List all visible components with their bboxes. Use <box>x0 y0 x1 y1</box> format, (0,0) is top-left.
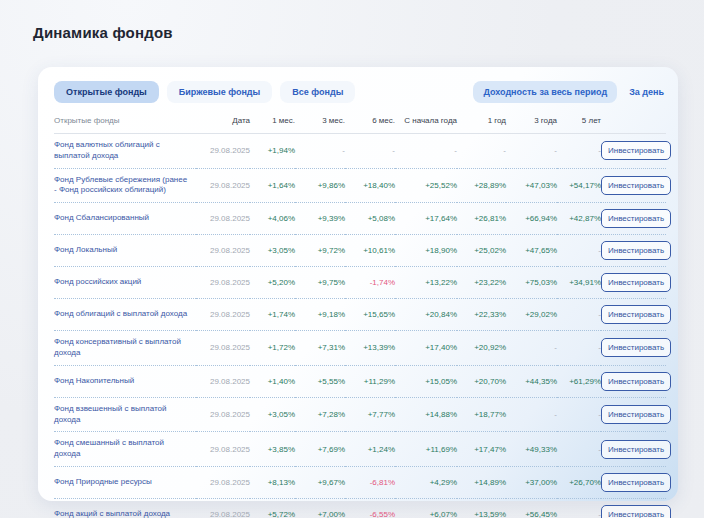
value-cell: +3,05% <box>250 235 295 267</box>
fund-name-link[interactable]: Фонд консервативный с выплатой дохода <box>54 337 181 357</box>
fund-name-link[interactable]: Фонд взвешенный с выплатой дохода <box>54 404 166 424</box>
invest-button[interactable]: Инвестировать <box>601 405 671 424</box>
fund-name-link[interactable]: Фонд облигаций с выплатой дохода <box>54 309 187 318</box>
funds-table: Открытые фонды Дата 1 мес. 3 мес. 6 мес.… <box>54 116 666 518</box>
value-cell: +5,72% <box>250 498 295 518</box>
value-cell: +47,65% <box>506 235 557 267</box>
invest-button[interactable]: Инвестировать <box>601 473 671 492</box>
action-cell: Инвестировать <box>601 397 666 432</box>
value-cell: +9,86% <box>295 168 345 203</box>
date-cell: 29.08.2025 <box>196 267 250 299</box>
fund-name-link[interactable]: Фонд акций с выплатой дохода <box>54 509 170 518</box>
table-row: Фонд валютных облигаций с выплатой доход… <box>54 134 666 169</box>
value-cell: +75,03% <box>506 267 557 299</box>
column-header-name: Открытые фонды <box>54 116 196 134</box>
value-cell: +14,88% <box>395 397 457 432</box>
value-cell: - <box>557 432 601 467</box>
column-header-3m: 3 мес. <box>295 116 345 134</box>
fund-name-cell: Фонд российских акций <box>54 267 196 299</box>
action-cell: Инвестировать <box>601 235 666 267</box>
page-title: Динамика фондов <box>33 24 704 41</box>
action-cell: Инвестировать <box>601 365 666 397</box>
funds-tbody: Фонд валютных облигаций с выплатой доход… <box>54 134 666 518</box>
fund-name-cell: Фонд акций с выплатой дохода <box>54 498 196 518</box>
column-header-1m: 1 мес. <box>250 116 295 134</box>
toolbar: Открытые фонды Биржевые фонды Все фонды … <box>54 81 666 103</box>
tab-all-funds[interactable]: Все фонды <box>280 81 355 103</box>
value-cell: +44,35% <box>506 365 557 397</box>
invest-button[interactable]: Инвестировать <box>601 241 671 260</box>
value-cell: +9,67% <box>295 466 345 498</box>
column-header-ytd: С начала года <box>395 116 457 134</box>
value-cell: +13,39% <box>345 331 395 366</box>
value-cell: +9,72% <box>295 235 345 267</box>
fund-name-link[interactable]: Фонд Сбалансированный <box>54 213 149 222</box>
value-cell: +18,77% <box>457 397 506 432</box>
value-cell: - <box>345 134 395 169</box>
fund-name-link[interactable]: Фонд Накопительный <box>54 376 134 385</box>
invest-button[interactable]: Инвестировать <box>601 338 671 357</box>
value-cell: +9,18% <box>295 299 345 331</box>
table-row: Фонд Природные ресурсы29.08.2025+8,13%+9… <box>54 466 666 498</box>
date-cell: 29.08.2025 <box>196 299 250 331</box>
action-cell: Инвестировать <box>601 299 666 331</box>
fund-name-link[interactable]: Фонд Природные ресурсы <box>54 477 152 486</box>
action-cell: Инвестировать <box>601 168 666 203</box>
value-cell: +18,90% <box>395 235 457 267</box>
period-total-button[interactable]: Доходность за весь период <box>473 81 617 103</box>
funds-card: Открытые фонды Биржевые фонды Все фонды … <box>38 67 678 501</box>
fund-name-link[interactable]: Фонд смешанный с выплатой дохода <box>54 438 164 458</box>
value-cell: +66,94% <box>506 203 557 235</box>
value-cell: +1,72% <box>250 331 295 366</box>
value-cell: +11,69% <box>395 432 457 467</box>
fund-type-tabs: Открытые фонды Биржевые фонды Все фонды <box>54 81 355 103</box>
invest-button[interactable]: Инвестировать <box>601 372 671 391</box>
value-cell: +7,31% <box>295 331 345 366</box>
action-cell: Инвестировать <box>601 203 666 235</box>
table-row: Фонд Сбалансированный29.08.2025+4,06%+9,… <box>54 203 666 235</box>
invest-button[interactable]: Инвестировать <box>601 305 671 324</box>
value-cell: +8,13% <box>250 466 295 498</box>
action-cell: Инвестировать <box>601 331 666 366</box>
value-cell: +9,75% <box>295 267 345 299</box>
value-cell: -6,81% <box>345 466 395 498</box>
column-header-3y: 3 года <box>506 116 557 134</box>
date-cell: 29.08.2025 <box>196 235 250 267</box>
table-row: Фонд российских акций29.08.2025+5,20%+9,… <box>54 267 666 299</box>
column-header-date: Дата <box>196 116 250 134</box>
column-header-action <box>601 116 666 134</box>
value-cell: +9,39% <box>295 203 345 235</box>
period-day-link[interactable]: За день <box>629 87 664 97</box>
fund-name-cell: Фонд взвешенный с выплатой дохода <box>54 397 196 432</box>
fund-name-link[interactable]: Фонд Рублевые сбережения (ранее - Фонд р… <box>54 175 187 195</box>
value-cell: +25,02% <box>457 235 506 267</box>
action-cell: Инвестировать <box>601 134 666 169</box>
invest-button[interactable]: Инвестировать <box>601 440 671 459</box>
invest-button[interactable]: Инвестировать <box>601 505 671 518</box>
value-cell: +15,05% <box>395 365 457 397</box>
date-cell: 29.08.2025 <box>196 203 250 235</box>
value-cell: +56,45% <box>506 498 557 518</box>
fund-name-cell: Фонд валютных облигаций с выплатой доход… <box>54 134 196 169</box>
value-cell: +61,29% <box>557 365 601 397</box>
value-cell: - <box>557 498 601 518</box>
fund-name-link[interactable]: Фонд российских акций <box>54 277 141 286</box>
tab-open-funds[interactable]: Открытые фонды <box>54 81 159 103</box>
fund-name-link[interactable]: Фонд валютных облигаций с выплатой доход… <box>54 140 160 160</box>
invest-button[interactable]: Инвестировать <box>601 273 671 292</box>
value-cell: +17,64% <box>395 203 457 235</box>
value-cell: +7,69% <box>295 432 345 467</box>
invest-button[interactable]: Инвестировать <box>601 176 671 195</box>
value-cell: +34,91% <box>557 267 601 299</box>
date-cell: 29.08.2025 <box>196 498 250 518</box>
invest-button[interactable]: Инвестировать <box>601 209 671 228</box>
period-controls: Доходность за весь период За день <box>473 81 666 103</box>
value-cell: - <box>557 235 601 267</box>
column-header-1y: 1 год <box>457 116 506 134</box>
tab-exchange-funds[interactable]: Биржевые фонды <box>167 81 272 103</box>
value-cell: +7,00% <box>295 498 345 518</box>
invest-button[interactable]: Инвестировать <box>601 141 671 160</box>
value-cell: +7,28% <box>295 397 345 432</box>
fund-name-link[interactable]: Фонд Локальный <box>54 245 117 254</box>
table-row: Фонд консервативный с выплатой дохода29.… <box>54 331 666 366</box>
